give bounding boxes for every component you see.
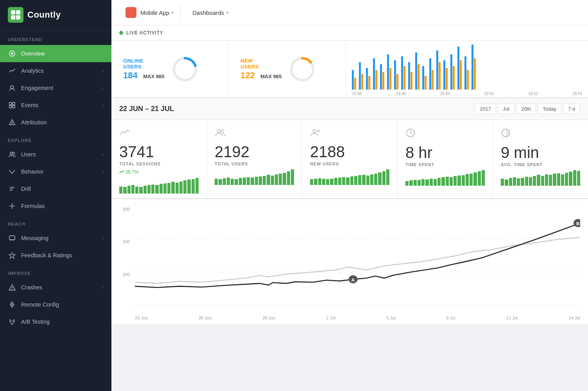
time-label-5: 18:53 xyxy=(572,91,582,96)
analytics-icon xyxy=(8,66,16,75)
filter-7d[interactable]: 7 d xyxy=(563,104,580,114)
mini-bar-0 xyxy=(119,187,122,194)
live-bar-group-14 xyxy=(443,60,448,90)
mini-bar-13 xyxy=(553,174,556,186)
mini-bar-12 xyxy=(167,183,170,194)
filter-20th[interactable]: 20th xyxy=(516,104,536,114)
live-activity-bar: LIVE ACTIVITY xyxy=(111,25,588,41)
section-reach: REACH xyxy=(0,215,111,230)
y-label-200: 200 xyxy=(123,239,130,244)
messaging-chevron: › xyxy=(102,236,104,240)
sidebar-item-ab-testing[interactable]: A/B Testing xyxy=(0,313,111,330)
svg-point-34 xyxy=(313,129,316,133)
app-selector[interactable]: Mobile App ▾ xyxy=(119,4,181,21)
mini-bar-7 xyxy=(434,179,437,186)
live-card-new: NEWUSERS 122 MAX 965 xyxy=(229,41,346,97)
svg-point-26 xyxy=(11,304,13,305)
app-dropdown-arrow: ▾ xyxy=(172,10,174,15)
filter-today[interactable]: Today xyxy=(538,104,561,114)
live-bar-group-4 xyxy=(373,58,377,90)
svg-rect-2 xyxy=(11,15,15,20)
lbar-blue-18 xyxy=(471,45,473,90)
messaging-label: Messaging xyxy=(21,235,102,241)
drill-label: Drill xyxy=(21,186,104,192)
mini-bar-8 xyxy=(533,176,536,186)
mini-bar-11 xyxy=(545,174,548,186)
sidebar-item-events[interactable]: Events › xyxy=(0,97,111,114)
x-label-14jul: 14 Jul xyxy=(569,316,580,320)
app-color-dot xyxy=(125,7,136,18)
mini-bar-9 xyxy=(251,178,254,185)
mini-bar-1 xyxy=(505,179,508,186)
mini-bar-16 xyxy=(279,174,282,185)
online-value: 184 xyxy=(123,70,138,80)
sidebar-item-overview[interactable]: Overview xyxy=(0,45,111,62)
sidebar-item-users[interactable]: Users › xyxy=(0,146,111,163)
svg-rect-0 xyxy=(11,10,15,14)
mini-bar-17 xyxy=(283,173,286,185)
mini-bar-9 xyxy=(346,178,349,185)
mini-bar-8 xyxy=(151,185,154,194)
y-label-300: 300 xyxy=(123,207,130,212)
mini-bar-18 xyxy=(478,171,481,186)
mini-bar-1 xyxy=(314,179,317,185)
sessions-icon xyxy=(119,128,130,140)
lbar-blue-17 xyxy=(464,56,466,90)
sidebar-item-attribution[interactable]: Attribution xyxy=(0,114,111,131)
users-icon xyxy=(8,150,16,159)
sidebar-item-drill[interactable]: Drill xyxy=(0,180,111,197)
avg-time-icon xyxy=(501,128,511,141)
mini-bar-6 xyxy=(334,178,337,185)
sidebar-item-analytics[interactable]: Analytics › xyxy=(0,62,111,79)
sidebar-item-formulas[interactable]: Formulas xyxy=(0,197,111,215)
x-label-8jul: 8 Jul xyxy=(446,316,455,320)
events-label: Events xyxy=(21,102,102,108)
filter-2017[interactable]: 2017 xyxy=(475,104,496,114)
lbar-blue-11 xyxy=(422,66,424,90)
dashboards-nav[interactable]: Dashboards ▾ xyxy=(185,6,237,19)
x-label-23jun: 23 Jun xyxy=(135,316,148,320)
topbar: Mobile App ▾ Dashboards ▾ xyxy=(111,0,588,25)
live-bar-group-6 xyxy=(387,54,391,90)
mini-bar-11 xyxy=(354,176,357,185)
lbar-orange-7 xyxy=(396,74,398,90)
mini-bar-1 xyxy=(219,179,222,185)
mini-bar-17 xyxy=(569,172,572,186)
sidebar-item-messaging[interactable]: Messaging › xyxy=(0,230,111,247)
mini-bar-16 xyxy=(470,174,473,186)
lbar-blue-9 xyxy=(408,62,410,90)
lbar-orange-1 xyxy=(354,78,356,90)
stat-card-new-users: 2188 NEW USERS xyxy=(302,120,398,198)
analytics-chevron: › xyxy=(102,68,104,73)
section-improve: IMPROVE xyxy=(0,264,111,279)
sidebar-item-engagement[interactable]: Engagement › xyxy=(0,79,111,97)
mini-bar-13 xyxy=(171,182,174,194)
live-bar-group-9 xyxy=(408,62,412,90)
mini-bar-19 xyxy=(482,170,485,186)
total-users-icon xyxy=(215,128,226,140)
sidebar-item-remote-config[interactable]: Remote Config xyxy=(0,296,111,313)
online-users-title: ONLINEUSERS xyxy=(123,58,164,70)
sidebar-item-feedback[interactable]: Feedback & Ratings xyxy=(0,247,111,264)
new-donut xyxy=(289,56,316,83)
lbar-orange-18 xyxy=(474,58,476,90)
mini-bar-12 xyxy=(263,176,266,185)
mini-bar-14 xyxy=(176,183,179,194)
mini-bar-14 xyxy=(366,176,369,185)
sidebar-item-behavior[interactable]: Behavior › xyxy=(0,163,111,180)
svg-rect-1 xyxy=(16,10,20,14)
lbar-orange-17 xyxy=(467,70,469,90)
svg-line-39 xyxy=(411,133,412,134)
mini-bar-0 xyxy=(405,181,409,186)
mini-bar-7 xyxy=(529,177,532,186)
live-new-text: NEWUSERS 122 MAX 965 xyxy=(240,58,281,81)
filter-jul[interactable]: Jul xyxy=(498,104,514,114)
users-chevron: › xyxy=(102,152,104,157)
sidebar-item-crashes[interactable]: Crashes › xyxy=(0,279,111,296)
mini-bar-15 xyxy=(370,174,373,185)
lbar-blue-16 xyxy=(457,47,459,90)
svg-point-5 xyxy=(11,52,13,55)
attribution-label: Attribution xyxy=(21,119,104,126)
mini-bar-4 xyxy=(326,179,329,185)
lbar-orange-14 xyxy=(446,68,448,90)
